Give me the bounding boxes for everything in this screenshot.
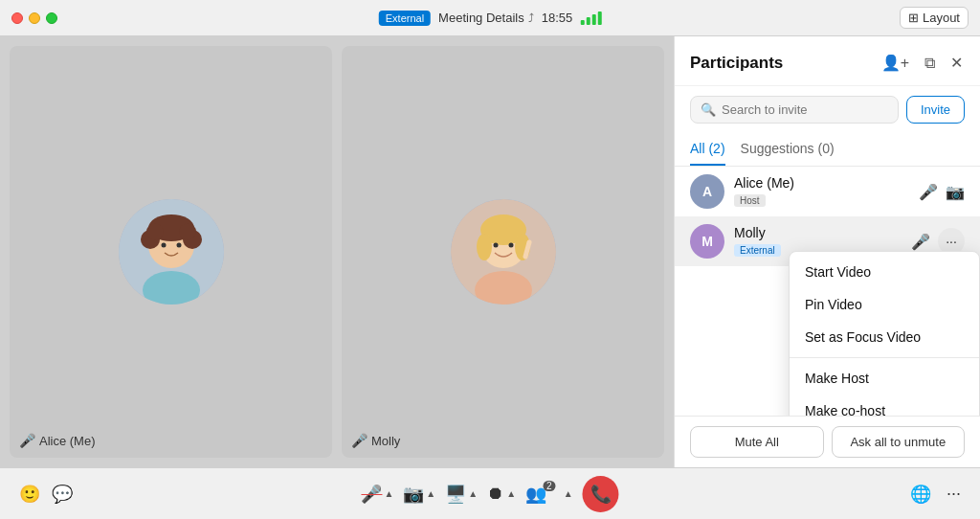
alice-info: Alice (Me) Host: [734, 175, 909, 208]
menu-make-host[interactable]: Make Host: [790, 362, 979, 395]
alice-host-badge: Host: [734, 194, 766, 207]
search-area: 🔍 Invite: [675, 86, 980, 133]
close-button[interactable]: [11, 12, 23, 24]
alice-label: 🎤 Alice (Me): [19, 433, 96, 448]
record-caret-icon: ▲: [506, 488, 516, 499]
mic-caret-icon: ▲: [384, 488, 393, 499]
mic-icon: 🎤: [361, 484, 382, 505]
alice-avatar-svg: [119, 199, 224, 305]
mute-all-button[interactable]: Mute All: [690, 426, 824, 458]
menu-pin-video[interactable]: Pin Video: [790, 288, 979, 321]
emoji-button[interactable]: 🙂: [15, 478, 44, 510]
title-bar: External Meeting Details ⤴ 18:55 ⊞ Layou…: [0, 0, 980, 36]
share-caret-icon: ▲: [468, 488, 478, 499]
video-button[interactable]: 📷 ▲: [399, 478, 439, 510]
search-bar: 🔍: [690, 96, 899, 124]
search-input[interactable]: [722, 102, 888, 117]
video-area: 🎤 Alice (Me): [0, 36, 674, 467]
molly-avatar-svg: [451, 199, 556, 305]
time-display: 18:55: [542, 11, 573, 25]
end-call-button[interactable]: 📞: [579, 470, 623, 518]
chat-button[interactable]: 💬: [48, 478, 77, 510]
close-icon: ✕: [950, 55, 963, 71]
layout-button[interactable]: ⊞ Layout: [900, 7, 969, 29]
share-button[interactable]: 🖥️ ▲: [441, 478, 481, 510]
participants-panel: Participants 👤+ ⧉ ✕ 🔍 Invite: [674, 36, 980, 467]
svg-point-7: [179, 223, 196, 240]
menu-start-video[interactable]: Start Video: [790, 256, 979, 288]
participants-button[interactable]: 👥 2 ▲: [522, 478, 576, 510]
globe-button[interactable]: 🌐: [906, 478, 935, 510]
context-menu: Start Video Pin Video Set as Focus Video…: [789, 251, 980, 416]
menu-make-cohost[interactable]: Make co-host: [790, 395, 979, 416]
layout-grid-icon: ⊞: [908, 11, 919, 25]
search-icon: 🔍: [701, 102, 716, 117]
close-panel-button[interactable]: ✕: [948, 52, 965, 74]
more-options-button[interactable]: ···: [943, 478, 965, 509]
meeting-details-label[interactable]: Meeting Details ⤴: [438, 11, 534, 25]
avatar-alice: [119, 199, 224, 305]
popout-button[interactable]: ⧉: [923, 53, 937, 74]
participants-caret-icon: ▲: [564, 488, 573, 499]
tab-all[interactable]: All (2): [690, 133, 725, 166]
molly-name: Molly: [371, 434, 400, 448]
signal-strength: [580, 11, 601, 25]
main-content: 🎤 Alice (Me): [0, 36, 980, 467]
external-badge: External: [379, 11, 431, 26]
molly-mute-icon: 🎤: [351, 433, 368, 448]
minimize-button[interactable]: [29, 12, 40, 24]
panel-title: Participants: [690, 54, 783, 73]
menu-divider-1: [790, 357, 979, 358]
svg-point-6: [146, 223, 164, 240]
emoji-icon: 🙂: [19, 484, 40, 505]
svg-point-8: [161, 243, 166, 248]
screen-share-icon: 🖥️: [445, 484, 466, 505]
participants-list: A Alice (Me) Host 🎤 📷 M Molly External: [675, 167, 980, 416]
popout-icon: ⧉: [924, 55, 935, 71]
record-icon: ⏺: [487, 484, 504, 504]
add-participant-button[interactable]: 👤+: [880, 52, 911, 74]
molly-mic-icon: 🎤: [911, 233, 930, 251]
svg-point-14: [477, 234, 492, 260]
participant-item-alice: A Alice (Me) Host 🎤 📷: [675, 167, 980, 216]
panel-bottom: Mute All Ask all to unmute: [675, 416, 980, 467]
video-caret-icon: ▲: [426, 488, 435, 499]
molly-external-badge: External: [734, 244, 781, 257]
mic-button[interactable]: 🎤 ▲: [357, 478, 397, 510]
alice-mute-icon: 🎤: [19, 433, 35, 448]
traffic-lights: [11, 12, 57, 24]
video-tile-alice: 🎤 Alice (Me): [10, 46, 332, 458]
globe-icon: 🌐: [910, 484, 931, 505]
title-center: External Meeting Details ⤴ 18:55: [379, 11, 602, 26]
bottom-bar: 🙂 💬 🎤 ▲ 📷 ▲ 🖥️ ▲ ⏺ ▲ 👥 2 ▲ 📞: [0, 467, 980, 519]
fullscreen-button[interactable]: [46, 12, 57, 24]
panel-header: Participants 👤+ ⧉ ✕: [675, 36, 980, 86]
menu-focus-video[interactable]: Set as Focus Video: [790, 321, 979, 353]
alice-cam-icon: 📷: [946, 183, 965, 201]
share-icon: ⤴: [528, 11, 534, 25]
svg-point-9: [176, 243, 181, 248]
title-right: ⊞ Layout: [900, 7, 969, 29]
more-icon: ···: [947, 484, 961, 504]
panel-header-actions: 👤+ ⧉ ✕: [880, 52, 965, 74]
molly-label: 🎤 Molly: [351, 433, 400, 448]
video-tile-molly: 🎤 Molly: [342, 46, 664, 458]
molly-avatar: M: [690, 224, 724, 259]
avatar-molly: [451, 199, 556, 305]
end-call-icon: 📞: [583, 476, 619, 512]
alice-mic-icon: 🎤: [919, 183, 938, 201]
svg-point-17: [508, 243, 513, 248]
ask-unmute-button[interactable]: Ask all to unmute: [832, 426, 966, 458]
search-row: 🔍 Invite: [690, 96, 965, 124]
chat-icon: 💬: [52, 484, 73, 505]
participant-count-badge: 2: [543, 481, 556, 491]
invite-button[interactable]: Invite: [906, 96, 965, 124]
tab-suggestions[interactable]: Suggestions (0): [741, 133, 835, 166]
record-button[interactable]: ⏺ ▲: [483, 478, 520, 509]
molly-participant-name: Molly: [734, 225, 902, 240]
add-person-icon: 👤+: [881, 55, 909, 71]
alice-avatar: A: [690, 174, 724, 209]
tabs-row: All (2) Suggestions (0): [675, 133, 980, 167]
bottom-left-controls: 🙂 💬: [15, 478, 77, 510]
alice-controls: 🎤 📷: [919, 183, 965, 201]
